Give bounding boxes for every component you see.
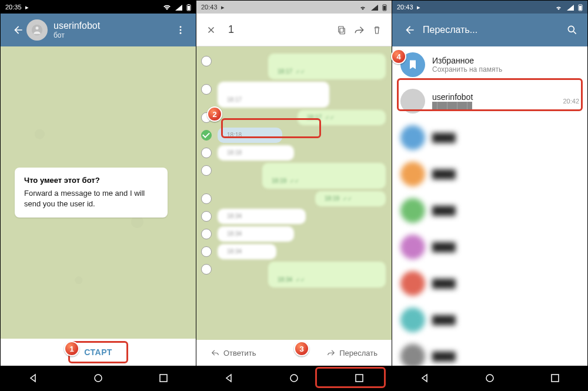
svg-rect-12: [340, 28, 345, 34]
avatar: [400, 308, 425, 332]
message-list[interactable]: 18:17✓✓18:1718:17✓✓18:1818:1818:19✓✓18:1…: [196, 46, 392, 340]
search-icon[interactable]: [564, 22, 580, 38]
nav-back-icon[interactable]: [220, 370, 237, 386]
forward-row[interactable]: ████: [392, 156, 587, 192]
wifi-icon: [359, 3, 367, 10]
message-row[interactable]: 18:34: [218, 244, 386, 259]
chat-name: ████: [432, 279, 456, 288]
forward-row[interactable]: ████: [392, 265, 587, 302]
svg-point-14: [290, 375, 298, 382]
forward-row[interactable]: ████: [392, 119, 587, 156]
copy-icon[interactable]: [333, 21, 350, 39]
forward-row[interactable]: ████: [392, 192, 587, 229]
svg-point-5: [180, 26, 182, 28]
chat-title-block[interactable]: userinfobot бот: [54, 21, 100, 39]
nav-home-icon[interactable]: [286, 370, 302, 386]
nav-home-icon[interactable]: [482, 370, 498, 386]
battery-icon: [186, 3, 191, 10]
select-check[interactable]: [201, 84, 212, 95]
status-bar: 20:43 ▸: [196, 1, 392, 14]
forward-button[interactable]: Переслать: [322, 346, 382, 360]
avatar: [400, 271, 425, 296]
message-bubble[interactable]: 18:17✓✓: [298, 110, 386, 125]
nav-back-icon[interactable]: [416, 370, 433, 386]
reply-button[interactable]: Ответить: [206, 346, 261, 360]
avatar[interactable]: [26, 19, 48, 41]
select-check[interactable]: [201, 148, 212, 158]
select-check[interactable]: [201, 246, 212, 257]
read-checks-icon: ✓✓: [296, 69, 305, 75]
chat-name: ████: [432, 133, 456, 142]
message-row[interactable]: 18:34: [218, 226, 386, 242]
status-right: [161, 3, 191, 11]
message-bubble[interactable]: 18:34: [218, 209, 306, 224]
nav-recent-icon[interactable]: [351, 370, 368, 386]
reply-icon: [211, 349, 220, 357]
forward-icon: [326, 349, 336, 357]
message-row[interactable]: 18:34: [218, 209, 386, 224]
forward-row[interactable]: ████: [392, 338, 587, 366]
nav-home-icon[interactable]: [90, 370, 106, 386]
forward-row-saved[interactable]: ИзбранноеСохранить на память: [392, 46, 587, 83]
status-time: 20:43: [201, 4, 218, 11]
message-row[interactable]: 18:19✓✓: [218, 163, 386, 189]
notification-icon: ▸: [417, 4, 420, 11]
chat-name: ████: [432, 242, 456, 252]
svg-rect-17: [579, 6, 582, 10]
status-right: [356, 3, 387, 11]
message-bubble[interactable]: 18:34✓✓: [268, 262, 386, 288]
select-check[interactable]: [201, 130, 212, 141]
message-bubble[interactable]: 18:19✓✓: [315, 191, 386, 206]
message-row[interactable]: 18:17: [218, 82, 386, 108]
message-row[interactable]: 18:17✓✓: [218, 110, 386, 125]
battery-icon: [382, 3, 387, 10]
panel-bot-chat: 20:35 ▸ userinfobot бот: [0, 0, 196, 391]
message-bubble[interactable]: 18:19✓✓: [262, 163, 386, 189]
signal-icon: [371, 3, 378, 10]
message-bubble[interactable]: 18:17: [218, 82, 329, 108]
nav-recent-icon[interactable]: [547, 370, 563, 386]
forward-chat-list[interactable]: ИзбранноеСохранить на памятьuserinfobot█…: [392, 46, 587, 366]
close-icon[interactable]: [202, 21, 220, 39]
back-icon[interactable]: [402, 22, 418, 38]
message-time: 18:17: [227, 96, 242, 103]
message-row[interactable]: 18:18: [218, 128, 386, 143]
panel-forward-to: 20:43 ▸ Переслать... ИзбранноеСохранить …: [392, 0, 588, 391]
message-row[interactable]: 18:34✓✓: [218, 262, 386, 288]
delete-icon[interactable]: [368, 21, 386, 39]
avatar: [400, 89, 425, 113]
more-icon[interactable]: [172, 22, 189, 38]
message-bubble[interactable]: 18:34: [218, 244, 276, 259]
notification-icon: ▸: [221, 4, 225, 11]
message-bubble[interactable]: 18:18: [218, 128, 282, 143]
message-row[interactable]: 18:18: [218, 145, 386, 161]
select-check[interactable]: [201, 211, 212, 222]
nav-recent-icon[interactable]: [155, 370, 172, 386]
status-time: 20:35: [5, 4, 22, 11]
back-icon[interactable]: [10, 22, 26, 38]
message-row[interactable]: 18:19✓✓: [218, 191, 386, 206]
message-time: 18:34: [227, 213, 242, 219]
nav-back-icon[interactable]: [25, 370, 41, 386]
status-bar: 20:43 ▸: [392, 1, 587, 14]
select-check[interactable]: [201, 165, 212, 176]
message-row[interactable]: 18:17✓✓: [218, 54, 386, 79]
status-bar: 20:35 ▸: [1, 1, 196, 14]
select-check[interactable]: [201, 56, 212, 66]
start-button[interactable]: СТАРТ: [74, 344, 123, 360]
android-navbar: [196, 366, 392, 390]
message-bubble[interactable]: 18:34: [218, 226, 294, 242]
forward-row[interactable]: ████: [392, 229, 587, 265]
message-bubble[interactable]: 18:18: [218, 145, 294, 161]
message-bubble[interactable]: 18:17✓✓: [268, 54, 386, 79]
forward-arrow-icon[interactable]: [350, 21, 368, 39]
svg-point-7: [180, 32, 182, 34]
select-check[interactable]: [201, 264, 212, 275]
message-time: 18:19: [272, 178, 286, 184]
forward-row[interactable]: ████: [392, 302, 587, 338]
select-check[interactable]: [201, 193, 212, 204]
forward-row-userinfobot[interactable]: userinfobot████████20:42: [392, 83, 587, 119]
read-checks-icon: ✓✓: [325, 115, 335, 121]
select-check[interactable]: [201, 229, 212, 239]
chat-name: ████: [432, 315, 456, 325]
